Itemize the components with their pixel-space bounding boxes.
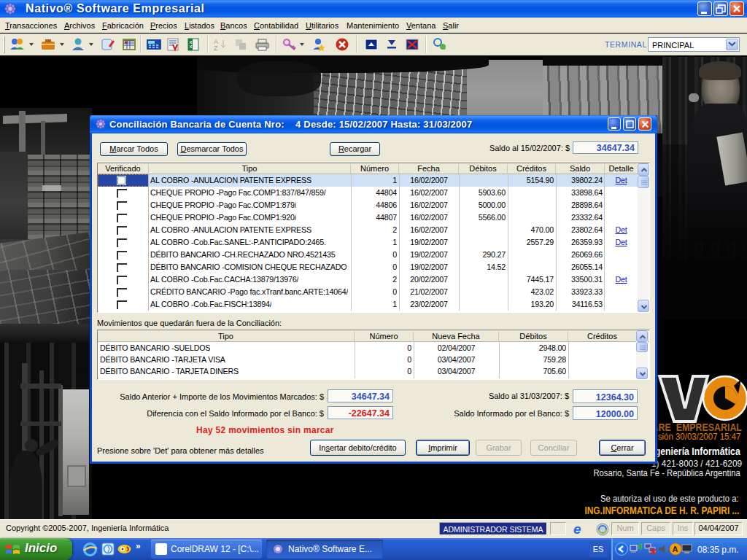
svg-text:A: A bbox=[673, 545, 678, 553]
svg-text:Z: Z bbox=[214, 44, 218, 52]
